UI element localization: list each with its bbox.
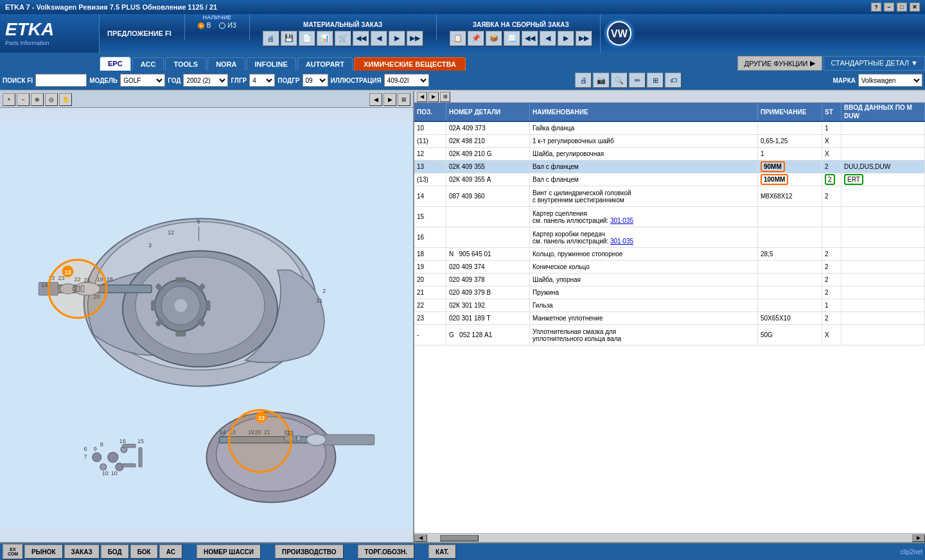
nav-illus-right[interactable]: ▶ (383, 93, 396, 106)
nalichie-iz-group[interactable]: ИЗ (219, 22, 236, 29)
prim-13a: 100ММ (758, 173, 822, 186)
table-icon[interactable]: 📊 (317, 31, 333, 46)
help-button[interactable]: ? (871, 3, 881, 12)
zoom-full-btn[interactable]: ◎ (45, 93, 58, 106)
minimize-button[interactable]: − (884, 3, 894, 12)
bod-btn[interactable]: БОД (101, 545, 129, 559)
tab-tools[interactable]: TOOLS (165, 57, 206, 71)
nalichie-b-group[interactable]: В (198, 22, 211, 29)
nalichie-iz-radio[interactable] (219, 22, 225, 29)
bok-btn[interactable]: БОК (130, 545, 158, 559)
nav-illus-left[interactable]: ◀ (369, 93, 382, 106)
doc-icon[interactable]: 📄 (299, 31, 315, 46)
svg-text:14: 14 (41, 282, 48, 288)
col-expand-btn[interactable]: ⊞ (440, 92, 450, 102)
table-row-18[interactable]: 18 N 905 645 01 Кольцо, пружинное стопор… (414, 248, 925, 261)
nav-back-icon[interactable]: ◀ (371, 31, 387, 46)
nav2-next-icon[interactable]: ▶▶ (576, 31, 592, 46)
marka-select[interactable]: Volkswagen (858, 74, 922, 87)
excom-btn[interactable]: ЕХ СОМ (3, 544, 23, 559)
nalichie-b-radio[interactable] (198, 22, 204, 29)
table-scrollbar[interactable]: ◀ ▶ (414, 533, 925, 542)
table-row[interactable]: 10 02А 409 373 Гайка фланца 1 (414, 122, 925, 135)
cart-icon[interactable]: 🛒 (335, 31, 351, 46)
table-row[interactable]: 12 02К 409 210 G Шайба, регулировочная 1… (414, 148, 925, 161)
col-left-btn[interactable]: ◀ (417, 92, 427, 102)
glgr-select[interactable]: 4 (249, 74, 275, 87)
table-body[interactable]: 10 02А 409 373 Гайка фланца 1 (11) 02К 4… (414, 122, 925, 533)
nav-next-icon[interactable]: ▶▶ (407, 31, 423, 46)
scroll-thumb[interactable] (440, 535, 479, 541)
podgr-select[interactable]: 09 (303, 74, 328, 87)
scroll-left-btn[interactable]: ◀ (414, 534, 427, 542)
table-row-22[interactable]: 22 02К 301 192 Гильза 1 (414, 299, 925, 312)
zoom-out-btn[interactable]: − (17, 93, 30, 106)
save-icon[interactable]: 💾 (281, 31, 297, 46)
table-row-13[interactable]: 13 02К 409 355 Вал с фланцем 90ММ 2 DUU,… (414, 161, 925, 173)
tab-infoline[interactable]: INFOLINE (247, 57, 296, 71)
ac-btn[interactable]: АС (159, 545, 182, 559)
nav-illus-expand[interactable]: ⊞ (398, 93, 410, 106)
hand-btn[interactable]: ✋ (59, 93, 72, 106)
cam-icon[interactable]: 📷 (593, 73, 610, 88)
poisk-input[interactable] (35, 74, 87, 87)
paste-icon[interactable]: 📌 (468, 31, 484, 46)
table-row-20[interactable]: 20 020 409 378 Шайба, упорная 2 (414, 274, 925, 286)
illustr-select[interactable]: 409-02I (384, 74, 429, 87)
maximize-button[interactable]: □ (897, 3, 907, 12)
nav2-prev-icon[interactable]: ◀◀ (522, 31, 538, 46)
print2-icon[interactable]: 🖨 (575, 73, 592, 88)
copy-icon[interactable]: 📋 (450, 31, 466, 46)
print-icon[interactable]: 🖨 (263, 31, 279, 46)
svg-text:6: 6 (84, 446, 87, 452)
nav2-back-icon[interactable]: ◀ (540, 31, 556, 46)
table-row[interactable]: (11) 02К 498 210 1 к-т регулировочных ша… (414, 135, 925, 148)
edit-icon[interactable]: ✏ (629, 73, 646, 88)
nav-prev-icon[interactable]: ◀◀ (353, 31, 369, 46)
tab-nora[interactable]: NORA (207, 57, 245, 71)
order-icon[interactable]: 📦 (486, 31, 502, 46)
grid-icon[interactable]: ⊞ (647, 73, 664, 88)
col-right-btn[interactable]: ▶ (428, 92, 439, 102)
nav-fwd-icon[interactable]: ▶ (389, 31, 405, 46)
tab-himvesh[interactable]: ХИМИЧЕСКИЕ ВЕЩЕСТВА (354, 57, 466, 71)
kat-btn[interactable]: КАТ. (428, 545, 456, 559)
vvod-13a-value: ERT (844, 174, 863, 185)
link-15[interactable]: 301·035 (610, 217, 633, 224)
table-row-19[interactable]: 19 020 409 374 Коническое кольцо 2 (414, 261, 925, 274)
glgr-label: ГЛГР (231, 77, 247, 84)
link-16[interactable]: 301·035 (610, 238, 633, 245)
standart-detal-btn[interactable]: СТАНДАРТНЫЕ ДЕТАЛ ▼ (824, 56, 925, 71)
zakaz-btn[interactable]: ЗАКАЗ (64, 545, 100, 559)
table-row-16[interactable]: 16 Картер коробки передач см. панель илл… (414, 227, 925, 248)
svg-rect-13 (205, 301, 210, 311)
tab-acc[interactable]: ACC (132, 57, 164, 71)
title-controls[interactable]: ? − □ ✕ (871, 3, 920, 12)
table-row-13a[interactable]: (13) 02К 409 355 А Вал с фланцем 100ММ 2… (414, 173, 925, 186)
tag-icon[interactable]: 🏷 (665, 73, 682, 88)
naim-10: Гайка фланца (530, 122, 758, 134)
st-20: 2 (822, 274, 841, 286)
list-icon[interactable]: 📃 (504, 31, 520, 46)
tab-epc[interactable]: EPC (100, 57, 131, 71)
nomer-shasi-btn[interactable]: НОМЕР ШАССИ (197, 545, 261, 559)
model-select[interactable]: GOLF (120, 74, 165, 87)
table-row-14[interactable]: 14 087 409 360 Винт с цилиндрической гол… (414, 186, 925, 207)
zoom-in-btn[interactable]: + (3, 93, 15, 106)
proizvodstvo-btn[interactable]: ПРОИЗВОДСТВО (275, 545, 344, 559)
zoom-icon[interactable]: 🔍 (611, 73, 628, 88)
other-functions-btn[interactable]: ДРУГИЕ ФУНКЦИИ ▶ (737, 56, 823, 71)
torg-obozn-btn[interactable]: ТОРГ.ОБОЗН. (358, 545, 415, 559)
nav2-fwd-icon[interactable]: ▶ (558, 31, 574, 46)
svg-text:16: 16 (119, 438, 126, 444)
close-button[interactable]: ✕ (910, 3, 920, 12)
table-row-23[interactable]: 23 020 301 189 Т Манжетное уплотнение 50… (414, 312, 925, 325)
table-row-15[interactable]: 15 Картер сцепления см. панель иллюстрац… (414, 207, 925, 227)
table-row-dash[interactable]: - G 052 128 А1 Уплотнительная смазка для… (414, 325, 925, 346)
rynok-btn[interactable]: РЫНОК (24, 545, 63, 559)
scroll-right-btn[interactable]: ▶ (912, 534, 925, 542)
tab-autopart[interactable]: AUTOPART (297, 57, 353, 71)
god-select[interactable]: 2002 (2) (183, 74, 228, 87)
zoom-fit-btn[interactable]: ⊕ (31, 93, 44, 106)
table-row-21[interactable]: 21 020 409 379 В Пружина 2 (414, 286, 925, 299)
